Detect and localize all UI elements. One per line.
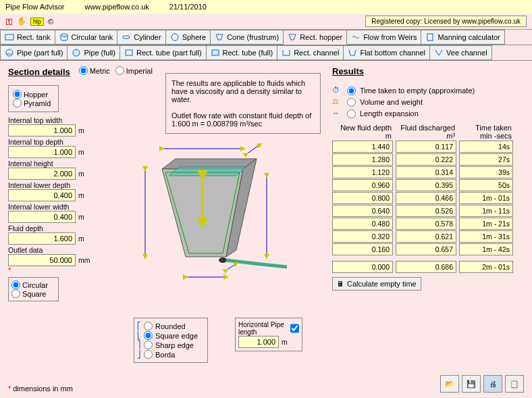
radio-circular[interactable]: Circular bbox=[11, 280, 55, 289]
pipe-part-icon bbox=[5, 48, 14, 57]
save-button[interactable]: 💾 bbox=[462, 375, 481, 393]
radio-volume[interactable] bbox=[347, 98, 356, 107]
last-depth: 0.000 bbox=[332, 261, 393, 273]
radio-length[interactable] bbox=[347, 109, 356, 118]
table-row: 1.4400.11714s bbox=[332, 141, 521, 153]
tab-rect-tank[interactable]: Rect. tank bbox=[0, 30, 55, 45]
export-button[interactable]: 📋 bbox=[505, 375, 524, 393]
rounded-icon: ⎡ bbox=[137, 322, 141, 330]
weight-icon: ⚖ bbox=[332, 97, 343, 107]
disk-icon: 💾 bbox=[467, 380, 476, 389]
radio-time[interactable] bbox=[347, 86, 356, 95]
hand-icon[interactable]: ✋ bbox=[17, 17, 26, 26]
tab-flow-weirs[interactable]: Flow from Weirs bbox=[346, 30, 421, 45]
svg-line-11 bbox=[246, 145, 260, 154]
outlet-shape-box: Circular Square bbox=[8, 277, 59, 301]
calculator-icon bbox=[425, 32, 435, 42]
tab-manning[interactable]: Manning calculator bbox=[421, 30, 504, 45]
tab-rect-tube-full[interactable]: Rect. tube (full) bbox=[206, 45, 278, 60]
expand-icon: ↔ bbox=[332, 109, 343, 118]
key-icon[interactable]: ⚿ bbox=[5, 18, 13, 26]
sharp-edge-icon: ⎤ bbox=[137, 341, 141, 349]
rect-tank-icon bbox=[5, 32, 14, 42]
tab-pipe-part[interactable]: Pipe (part full) bbox=[0, 45, 68, 60]
results-title: Results bbox=[332, 66, 364, 76]
copyright-icon[interactable]: © bbox=[48, 18, 53, 26]
svg-point-5 bbox=[6, 49, 13, 56]
tab-circular-tank[interactable]: Circular tank bbox=[55, 30, 118, 45]
table-row: 0.9600.39550s bbox=[332, 179, 521, 191]
table-row: 0.1600.6571m - 42s bbox=[332, 243, 521, 255]
rect-tube-full-icon bbox=[211, 48, 220, 57]
results-table: New fluid depthm Fluid dischargedm³ Time… bbox=[332, 124, 521, 291]
tab-sphere[interactable]: Sphere bbox=[165, 30, 211, 45]
svg-rect-2 bbox=[123, 36, 130, 39]
svg-rect-7 bbox=[126, 50, 132, 55]
title-bar: Pipe Flow Advisor www.pipeflow.co.uk 21/… bbox=[0, 0, 532, 14]
rect-tube-part-icon bbox=[124, 48, 134, 57]
input-ild[interactable] bbox=[8, 189, 76, 201]
input-hpipe[interactable] bbox=[238, 336, 279, 348]
tab-vee-channel[interactable]: Vee channel bbox=[429, 45, 492, 60]
radio-square-shape[interactable]: Square bbox=[11, 289, 55, 298]
tab-rect-tube-part[interactable]: Rect. tube (part full) bbox=[119, 45, 207, 60]
radio-square-edge[interactable] bbox=[144, 331, 153, 340]
svg-rect-8 bbox=[212, 50, 219, 55]
svg-line-15 bbox=[226, 264, 236, 270]
time-icon: ⏱ bbox=[332, 86, 343, 95]
tab-flat-channel[interactable]: Flat bottom channel bbox=[343, 45, 430, 60]
cone-icon bbox=[215, 32, 224, 42]
input-ilw[interactable] bbox=[8, 211, 76, 223]
calc-icon: 🖩 bbox=[337, 280, 344, 288]
weir-icon bbox=[351, 32, 361, 42]
calculate-button[interactable]: 🖩Calculate empty time bbox=[332, 277, 421, 291]
radio-sharp-edge[interactable] bbox=[144, 341, 153, 349]
hpipe-check[interactable] bbox=[290, 321, 299, 336]
tab-cone[interactable]: Cone (frustrum) bbox=[210, 30, 284, 45]
svg-point-6 bbox=[73, 49, 80, 56]
radio-borda[interactable] bbox=[144, 350, 153, 359]
table-row: 0.3200.6211m - 31s bbox=[332, 230, 521, 243]
section-details-title: Section details bbox=[8, 67, 70, 77]
app-url: www.pipeflow.co.uk bbox=[84, 3, 149, 11]
input-itd[interactable] bbox=[8, 146, 76, 158]
export-icon: 📋 bbox=[510, 380, 519, 389]
svg-rect-4 bbox=[427, 34, 433, 41]
input-itw[interactable] bbox=[8, 124, 76, 136]
radio-imperial[interactable]: Imperial bbox=[115, 66, 153, 75]
square-edge-icon: ⎣ bbox=[137, 331, 141, 340]
open-button[interactable]: 📂 bbox=[440, 375, 459, 393]
last-time: 2m - 01s bbox=[459, 261, 513, 273]
tab-rect-channel[interactable]: Rect. channel bbox=[277, 45, 344, 60]
rect-channel-icon bbox=[282, 48, 291, 57]
flat-channel-icon bbox=[348, 48, 357, 57]
svg-point-3 bbox=[171, 34, 178, 41]
radio-metric[interactable]: Metric bbox=[79, 66, 110, 75]
input-od[interactable] bbox=[8, 254, 76, 266]
borda-icon: ⎦ bbox=[137, 350, 141, 359]
radio-pyramid[interactable]: Pyramid bbox=[13, 99, 54, 107]
info-box: The results are applicable to fluids whi… bbox=[165, 73, 321, 134]
table-row: 1.2800.22227s bbox=[332, 153, 521, 166]
circular-tank-icon bbox=[59, 32, 69, 42]
outlet-type-box: ⎡Rounded ⎣Square edge ⎤Sharp edge ⎦Borda bbox=[134, 318, 208, 363]
hopper-diagram bbox=[125, 135, 300, 291]
table-row: 0.6400.5261m - 11s bbox=[332, 205, 521, 217]
toolbar: ⚿ ✋ hlp © Registered copy: Licensed by w… bbox=[0, 14, 532, 30]
rect-hopper-icon bbox=[288, 32, 297, 42]
help-icon[interactable]: hlp bbox=[30, 18, 44, 26]
cylinder-icon bbox=[122, 32, 131, 42]
radio-rounded[interactable] bbox=[144, 322, 153, 330]
dim-note: * dimensions in mm bbox=[8, 384, 73, 393]
sphere-icon bbox=[170, 32, 180, 42]
tab-cylinder[interactable]: Cylinder bbox=[117, 30, 165, 45]
tab-rect-hopper[interactable]: Rect. hopper bbox=[283, 30, 347, 45]
shape-selector: Hopper Pyramid bbox=[8, 85, 59, 112]
print-button[interactable]: 🖨 bbox=[483, 375, 502, 393]
input-ih[interactable] bbox=[8, 168, 76, 180]
vee-channel-icon bbox=[434, 48, 444, 57]
tab-pipe-full[interactable]: Pipe (full) bbox=[67, 45, 119, 60]
input-fd[interactable] bbox=[8, 232, 76, 245]
last-disch: 0.686 bbox=[396, 261, 456, 273]
radio-hopper[interactable]: Hopper bbox=[13, 90, 54, 99]
